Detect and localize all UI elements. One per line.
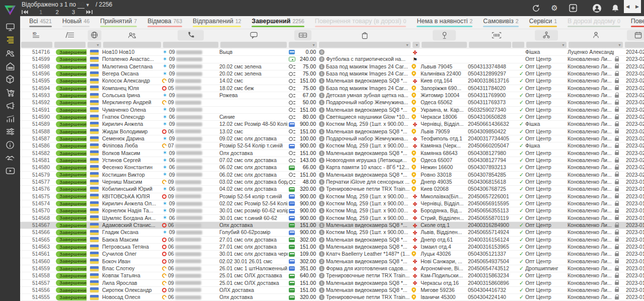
info-icon[interactable]	[3, 140, 17, 149]
column-comment[interactable]	[219, 29, 288, 41]
filter-ttn[interactable]	[469, 42, 511, 48]
table-row[interactable]: 514567 Завершений Адамовский Станис... 0…	[20, 222, 644, 229]
column-id[interactable]: ID	[20, 29, 53, 41]
table-row[interactable]: 514556 Завершений Сиротюк Олександр 09 О…	[20, 287, 644, 294]
table-row[interactable]: 514566 Завершений Гладик Оксана 09 Голуб…	[20, 229, 644, 236]
add-order-icon[interactable]	[568, 3, 578, 13]
table-row[interactable]: 514599 Завершений Потапенко Анастас... 0…	[20, 56, 644, 63]
tab-всі[interactable]: Всі4521	[29, 16, 52, 29]
table-row[interactable]: 514568 Завершений Шумляс Богдана Ан... 0…	[20, 215, 644, 222]
gear-icon[interactable]: ⚙	[549, 3, 559, 13]
table-row[interactable]: 514591 Завершений Чумаченко Олена 09 151…	[20, 107, 644, 114]
statistics-chart-icon[interactable]	[3, 114, 17, 123]
tab-сервіси[interactable]: Сервіси1	[529, 16, 557, 29]
table-row[interactable]: 514558 Завершений Ковпак Татьяна 09 25.0…	[20, 272, 644, 279]
filter-location[interactable]	[422, 42, 467, 48]
clients-icon[interactable]	[3, 48, 17, 58]
column-tracking-number[interactable]	[468, 29, 525, 41]
table-row[interactable]: 514586 Завершений Філіпова Люба 07 Розмі…	[20, 142, 644, 149]
filter-channel[interactable]: ▼	[526, 42, 567, 48]
partners-handshake-icon[interactable]	[3, 153, 17, 163]
products-box-icon[interactable]	[3, 74, 17, 84]
filter-date[interactable]	[625, 42, 644, 48]
app-logo-icon[interactable]	[0, 0, 20, 20]
filter-id[interactable]	[21, 42, 52, 48]
table-row[interactable]: 514570 Завершений Корнелюк Надія Та... 0…	[20, 207, 644, 214]
table-row[interactable]: 514582 Завершений Волков Максим 09 Олх д…	[20, 150, 644, 157]
table-row[interactable]: 514555 Завершений Новосад Олеся 06 Олх д…	[20, 294, 644, 301]
column-status[interactable]	[53, 29, 87, 41]
tab-прийнятий[interactable]: Прийнятий7	[100, 16, 137, 29]
table-row[interactable]: 514592 Завершений Мерклингер Андрей 09 5…	[20, 99, 644, 106]
orders-list-icon[interactable]	[3, 35, 17, 45]
table-row[interactable]: 514587 Завершений Семенюк Дарина 09 09.0…	[20, 135, 644, 142]
page-number-3[interactable]: 3	[72, 9, 75, 15]
table-row[interactable]: 514565 Завершений Баюка Максим 06 27.01 …	[20, 237, 644, 244]
table-row[interactable]: 514590 Завершений Гнатюк Олексндр 06 Син…	[20, 114, 644, 121]
filter-comment[interactable]	[220, 42, 287, 48]
tab-новый[interactable]: Новый46	[62, 16, 90, 29]
filter-phone[interactable]	[163, 42, 218, 48]
table-row[interactable]: 514579 Завершений Костишин Виктор 09 06.…	[20, 172, 644, 179]
dashboard-monitor-icon[interactable]	[3, 22, 17, 32]
table-row[interactable]: 514577 Завершений Черниш Максим 09 03.02…	[20, 179, 644, 186]
table-row[interactable]: 514563 Завершений Петровська Тетяна 06 2…	[20, 244, 644, 251]
table-row[interactable]: 514574 Завершений Кирилич Анжела Ол... 0…	[20, 200, 644, 207]
filter-status[interactable]	[54, 42, 86, 48]
table-row[interactable]: 514576 Завершений Кобилинський Юрий 06 0…	[20, 186, 644, 193]
tab-самовивіз[interactable]: Самовивіз2	[483, 16, 518, 29]
procurement-cart-icon[interactable]	[3, 88, 17, 97]
video-tutorials-icon[interactable]	[3, 166, 17, 176]
column-carrier[interactable]	[412, 29, 421, 41]
tab-нема-в-наявності[interactable]: Нема в наявності2	[417, 16, 472, 29]
table-row[interactable]: 514560 Завершений Бокоч Иван 09 02.02 30…	[20, 258, 644, 265]
tabs-scroll-left-icon[interactable]: ◀	[626, 4, 629, 9]
filter-manager[interactable]: ▼	[569, 42, 623, 48]
column-payment[interactable]	[288, 29, 318, 41]
table-row[interactable]: 514596 Завершений Вегера Оксана 09 20.02…	[20, 70, 644, 78]
table-row[interactable]: 514594 Завершений Компанец Юля 05 18.02 …	[20, 85, 644, 92]
table-row[interactable]: 514559 Завершений Влас Слотюу 06 26.01 с…	[20, 265, 644, 272]
table-row[interactable]: 514593 Завершений Сольська Ірина 09 Роже…	[20, 92, 644, 99]
table-row[interactable]: 514575 Завершений КВІТОВСЬКА ЮЛІЯ 09 Роз…	[20, 193, 644, 200]
column-date[interactable]	[624, 29, 644, 41]
per-page-select[interactable]: 50	[77, 1, 84, 9]
tab-в-дорозі-додому[interactable]: В дорозі додому0	[568, 16, 620, 29]
filter-product[interactable]: ▼	[319, 42, 411, 48]
user-avatar-icon[interactable]	[592, 3, 602, 13]
table-row[interactable]: 514598 Завершений Малютина Светлана 09 2…	[20, 63, 644, 70]
column-product[interactable]	[318, 29, 412, 41]
tab-завершений[interactable]: Завершений2256	[252, 16, 304, 29]
table-row[interactable]: 514557 Завершений Лила Ярослав 09 25.01 …	[20, 280, 644, 287]
company-icon[interactable]	[3, 61, 17, 71]
filter-ttn-status[interactable]	[512, 42, 524, 48]
tab-повернення-завершений-[interactable]: Повернення (завершений)125	[631, 16, 644, 29]
table-row[interactable]: 514581 Завершений Устинов Сергей 06 07.0…	[20, 157, 644, 164]
filter-payment[interactable]: ▼	[289, 42, 317, 48]
table-row[interactable]: 514561 Завершений Сучилов Олег 06 30.01 …	[20, 251, 644, 258]
tabs-scroll-right-icon[interactable]: ▶	[635, 4, 639, 9]
table-row[interactable]: 514595 Завершений Колосок Александр 09 1…	[20, 78, 644, 85]
page-number-2[interactable]: 2	[55, 9, 58, 15]
filter-country[interactable]: ▼	[88, 42, 101, 48]
first-page-button[interactable]	[22, 10, 28, 15]
filter-carrier[interactable]: ▼	[413, 42, 420, 48]
bell-icon[interactable]	[610, 3, 620, 13]
tab-відправлений[interactable]: Відправлений12	[193, 16, 241, 29]
column-location[interactable]	[421, 29, 468, 41]
column-country[interactable]	[87, 29, 102, 41]
tab-відмова[interactable]: Відмова763	[147, 16, 182, 29]
last-page-button[interactable]	[86, 10, 93, 15]
table-row[interactable]: 514588 Завершений Жидак Володимир 06 13.…	[20, 128, 644, 135]
column-manager[interactable]	[568, 29, 624, 41]
filter-client[interactable]	[103, 42, 161, 48]
table-row[interactable]: 514589 Завершений Кирилич Анжела 09 12.0…	[20, 121, 644, 128]
column-client[interactable]	[102, 29, 162, 41]
marketing-megaphone-icon[interactable]	[3, 101, 17, 110]
table-row[interactable]: 514716 Завершений Нов10 Нов10 09 Выцв 0.…	[20, 49, 644, 56]
settings-sliders-icon[interactable]	[3, 127, 17, 136]
tab-повернення-товару-в-дорозі-[interactable]: Повернення товару (в дорозі)0	[315, 16, 407, 29]
table-row[interactable]: 514580 Завершений Фесенко Константин 06 …	[20, 164, 644, 171]
column-sales-channel[interactable]	[525, 29, 568, 41]
refresh-icon[interactable]	[531, 3, 541, 13]
